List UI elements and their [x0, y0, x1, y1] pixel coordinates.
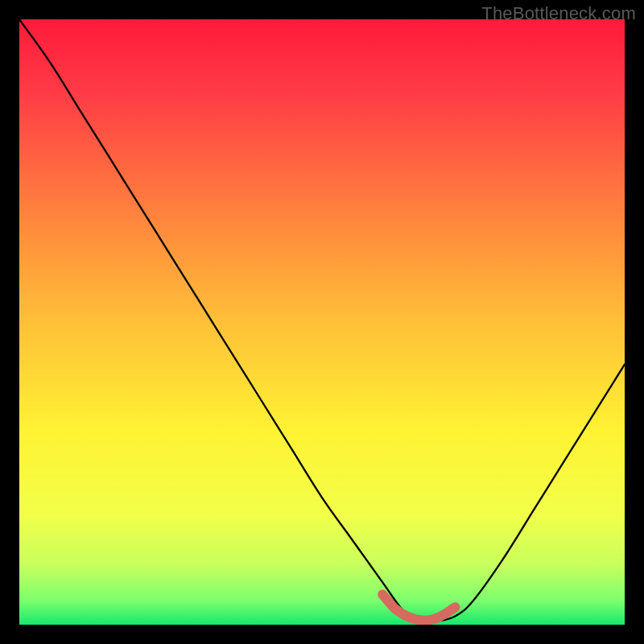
chart-frame: TheBottleneck.com — [0, 0, 644, 644]
watermark-text: TheBottleneck.com — [481, 3, 636, 24]
gradient-background — [19, 19, 625, 625]
plot-area — [19, 19, 625, 625]
bottleneck-chart — [19, 19, 625, 625]
